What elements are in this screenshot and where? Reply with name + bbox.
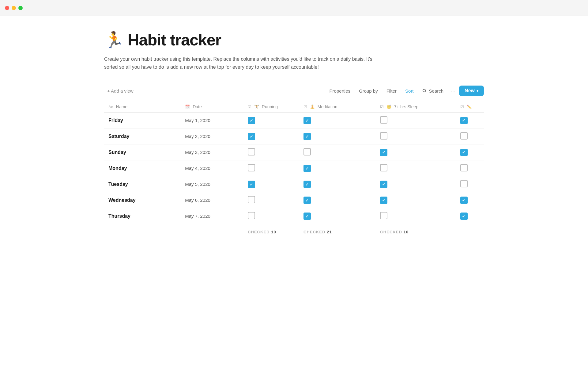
- cell-sleep[interactable]: [376, 128, 456, 144]
- checkbox-checked[interactable]: ✓: [460, 149, 468, 156]
- checkbox-unchecked[interactable]: [460, 180, 468, 187]
- cell-sleep[interactable]: [376, 160, 456, 176]
- meditation-col-checkbox-icon: ☑: [303, 105, 307, 109]
- meditation-col-emoji: 🧘: [310, 105, 315, 109]
- checkbox-checked[interactable]: ✓: [460, 117, 468, 124]
- checkbox-checked[interactable]: ✓: [303, 117, 311, 124]
- properties-button[interactable]: Properties: [326, 86, 354, 96]
- cell-meditation[interactable]: ✓: [299, 113, 376, 128]
- col-sleep-label: 7+ hrs Sleep: [394, 104, 418, 109]
- new-button[interactable]: New ▾: [459, 86, 484, 96]
- toolbar-left: + Add a view: [104, 86, 325, 95]
- group-by-button[interactable]: Group by: [355, 86, 382, 96]
- checkbox-checked[interactable]: ✓: [460, 197, 468, 204]
- sort-button[interactable]: Sort: [401, 86, 417, 96]
- toolbar-right: Properties Group by Filter Sort Search ·…: [326, 86, 484, 96]
- filter-button[interactable]: Filter: [383, 86, 400, 96]
- cell-extra[interactable]: [456, 128, 484, 144]
- checkbox-checked[interactable]: ✓: [303, 181, 311, 188]
- table-row: Wednesday May 6, 2020 ✓ ✓ ✓: [104, 192, 484, 208]
- cell-running[interactable]: ✓: [243, 113, 299, 128]
- sleep-col-checkbox-icon: ☑: [380, 105, 384, 109]
- cell-meditation[interactable]: ✓: [299, 192, 376, 208]
- checkbox-checked[interactable]: ✓: [303, 213, 311, 220]
- cell-sleep[interactable]: ✓: [376, 144, 456, 160]
- cell-extra[interactable]: ✓: [456, 113, 484, 128]
- footer-running-cell: CHECKED 10: [243, 224, 299, 240]
- checkbox-unchecked[interactable]: [303, 148, 311, 155]
- checkbox-unchecked[interactable]: [248, 196, 255, 203]
- cell-running[interactable]: ✓: [243, 128, 299, 144]
- checkbox-unchecked[interactable]: [380, 212, 387, 219]
- page-title-row: 🏃 Habit tracker: [104, 31, 484, 49]
- cell-sleep[interactable]: ✓: [376, 176, 456, 192]
- col-running-label: Running: [262, 104, 278, 109]
- add-view-label: + Add a view: [107, 88, 133, 94]
- checkbox-checked[interactable]: ✓: [248, 181, 255, 188]
- checkbox-checked[interactable]: ✓: [380, 149, 387, 156]
- cell-extra[interactable]: [456, 160, 484, 176]
- cell-sleep[interactable]: [376, 208, 456, 224]
- cell-name: Tuesday: [104, 176, 181, 192]
- cell-running[interactable]: ✓: [243, 176, 299, 192]
- cell-meditation[interactable]: ✓: [299, 128, 376, 144]
- extra-col-emoji: ✏️: [467, 105, 472, 109]
- running-col-checkbox-icon: ☑: [248, 105, 251, 109]
- checkbox-checked[interactable]: ✓: [303, 165, 311, 172]
- cell-extra[interactable]: ✓: [456, 208, 484, 224]
- cell-meditation[interactable]: ✓: [299, 176, 376, 192]
- cell-running[interactable]: [243, 192, 299, 208]
- cell-extra[interactable]: ✓: [456, 192, 484, 208]
- search-icon: [422, 89, 427, 93]
- checkbox-unchecked[interactable]: [248, 212, 255, 219]
- cell-running[interactable]: [243, 144, 299, 160]
- checkbox-unchecked[interactable]: [460, 164, 468, 171]
- col-header-extra: ☑ ✏️: [456, 101, 484, 113]
- cell-meditation[interactable]: [299, 144, 376, 160]
- extra-col-checkbox-icon: ☑: [460, 105, 464, 109]
- footer-meditation-cell: CHECKED 21: [299, 224, 376, 240]
- col-name-label: Name: [116, 104, 127, 109]
- search-button[interactable]: Search: [419, 86, 447, 96]
- cell-date: May 5, 2020: [181, 176, 243, 192]
- cell-name: Sunday: [104, 144, 181, 160]
- group-by-label: Group by: [359, 88, 378, 94]
- checkbox-checked[interactable]: ✓: [248, 117, 255, 124]
- titlebar: [0, 0, 588, 16]
- checkbox-unchecked[interactable]: [248, 148, 255, 155]
- cell-sleep[interactable]: ✓: [376, 192, 456, 208]
- checkbox-unchecked[interactable]: [380, 164, 387, 171]
- checkbox-checked[interactable]: ✓: [380, 197, 387, 204]
- meditation-checked-count: 21: [327, 230, 332, 234]
- close-button[interactable]: [5, 6, 9, 10]
- table-row: Saturday May 2, 2020 ✓ ✓: [104, 128, 484, 144]
- cell-sleep[interactable]: [376, 113, 456, 128]
- cell-running[interactable]: [243, 208, 299, 224]
- table-footer-row: CHECKED 10 CHECKED 21 CHECKED 16: [104, 224, 484, 240]
- cell-running[interactable]: [243, 160, 299, 176]
- checkbox-checked[interactable]: ✓: [460, 213, 468, 220]
- checkbox-checked[interactable]: ✓: [303, 197, 311, 204]
- minimize-button[interactable]: [12, 6, 16, 10]
- add-view-button[interactable]: + Add a view: [104, 86, 136, 95]
- checkbox-checked[interactable]: ✓: [380, 181, 387, 188]
- cell-date: May 6, 2020: [181, 192, 243, 208]
- col-header-meditation: ☑ 🧘 Meditation: [299, 101, 376, 113]
- checkbox-unchecked[interactable]: [380, 116, 387, 124]
- maximize-button[interactable]: [18, 6, 23, 10]
- cell-meditation[interactable]: ✓: [299, 208, 376, 224]
- col-header-name: Aa Name: [104, 101, 181, 113]
- more-options-button[interactable]: ···: [448, 86, 458, 95]
- cell-date: May 3, 2020: [181, 144, 243, 160]
- table-row: Friday May 1, 2020 ✓ ✓ ✓: [104, 113, 484, 128]
- checkbox-unchecked[interactable]: [248, 164, 255, 171]
- main-content: 🏃 Habit tracker Create your own habit tr…: [80, 16, 508, 255]
- checkbox-unchecked[interactable]: [460, 132, 468, 140]
- checkbox-checked[interactable]: ✓: [248, 133, 255, 140]
- cell-meditation[interactable]: ✓: [299, 160, 376, 176]
- cell-extra[interactable]: ✓: [456, 144, 484, 160]
- table-header-row: Aa Name 📅 Date ☑ 🏋️ Running ☑ 🧘: [104, 101, 484, 113]
- checkbox-checked[interactable]: ✓: [303, 133, 311, 140]
- cell-extra[interactable]: [456, 176, 484, 192]
- checkbox-unchecked[interactable]: [380, 132, 387, 140]
